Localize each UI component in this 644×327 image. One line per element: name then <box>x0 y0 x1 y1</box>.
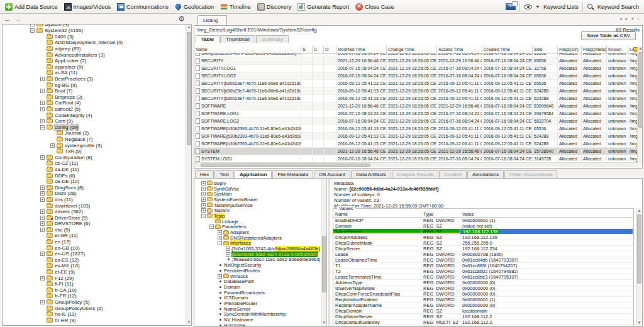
tree-item[interactable]: +F12 (29) <box>3 275 185 281</box>
registry-value-row[interactable]: DhcpSubnetMaskOptREG_MULTI_SZ255.255.255… <box>333 325 633 326</box>
tree-item[interactable]: +drivers (382) <box>3 209 185 215</box>
expand-icon[interactable]: + <box>40 300 45 304</box>
table-horizontal-scrollbar[interactable] <box>194 162 638 167</box>
tab-data-artifacts[interactable]: Data Artifacts <box>351 170 391 178</box>
registry-tree-item[interactable]: SyncDomainWithMembership <box>196 312 320 318</box>
registry-tree-item[interactable]: +swprv <box>196 180 320 186</box>
collapse-icon[interactable]: − <box>30 28 35 33</box>
registry-tree-item[interactable]: −Tcpip <box>196 213 320 219</box>
table-row[interactable]: SOFTWARE{b30b2393-4b70-11e6-80e6-e41d2d1… <box>194 140 638 148</box>
expand-icon[interactable]: + <box>40 89 45 93</box>
expand-icon[interactable]: + <box>218 274 222 279</box>
registry-value-row[interactable]: DomainREG_SZ(value not set) <box>333 223 633 229</box>
tree-item[interactable]: appraiser (9) <box>3 64 185 70</box>
expand-icon[interactable]: + <box>40 197 45 202</box>
registry-tree-item[interactable]: NameServer <box>196 306 320 312</box>
expand-icon[interactable]: + <box>201 208 206 213</box>
values-column-header-type[interactable]: Type <box>421 211 460 217</box>
expand-icon[interactable]: + <box>40 221 45 226</box>
discovery-button[interactable]: Discovery <box>255 2 296 12</box>
tree-item[interactable]: +GroupPolicy (5) <box>3 299 185 306</box>
registry-tree-item[interactable]: +TapiSrv <box>196 208 320 213</box>
registry-value-row[interactable]: DhcpSubnetMaskREG_SZ255.255.255.0 <box>333 240 633 246</box>
expand-icon[interactable]: + <box>40 276 45 280</box>
tree-item[interactable]: +Configuration (8) <box>3 154 185 160</box>
mail-icon[interactable] <box>506 3 516 10</box>
tree-item[interactable]: +dns (11) <box>3 197 185 203</box>
expand-icon[interactable]: + <box>226 247 230 251</box>
chevron-down-icon[interactable] <box>536 6 540 8</box>
table-row[interactable]: SOFTWARE.LOG22016-07-16 08:04:24 CEST202… <box>194 118 638 125</box>
expand-icon[interactable]: + <box>50 143 55 148</box>
tree-item[interactable]: ar-SA (11) <box>3 70 185 76</box>
table-vertical-scrollbar[interactable]: ▲ <box>637 46 642 164</box>
tree-item[interactable]: +Dism (28) <box>3 191 185 197</box>
tree-item[interactable]: −System (4) <box>3 25 185 28</box>
column-header-access-time[interactable]: Access Time <box>437 46 482 53</box>
registry-value-row[interactable]: DhcpNameServerREG_SZ192.168.112.2 <box>333 314 633 319</box>
registry-tree-item[interactable]: NsiObjectSecurity <box>196 262 320 268</box>
registry-value-row[interactable]: RegistrationEnabledREG_DWORD0x00000001 (… <box>333 297 633 302</box>
expand-icon[interactable]: + <box>40 209 45 214</box>
tree-item[interactable]: +CatRoot (4) <box>3 100 185 106</box>
collapse-icon[interactable]: − <box>218 241 222 245</box>
tab-application[interactable]: Application <box>235 170 272 178</box>
expand-icon[interactable]: + <box>201 203 206 208</box>
tree-item[interactable]: ADDSDeployment_Internal (4) <box>3 40 185 46</box>
registry-tree-item[interactable]: −Parameters <box>196 224 320 230</box>
tree-item[interactable]: Bthprops (3) <box>3 94 185 101</box>
tab-nav-icons[interactable]: ◂ ▸ ▾ ▫ <box>619 16 640 21</box>
collapse-icon[interactable]: − <box>201 214 206 218</box>
keyword-search-button[interactable]: Keyword Search <box>597 4 639 10</box>
expand-icon[interactable]: + <box>40 228 45 232</box>
registry-value-row[interactable]: LeaseTerminatesTimeREG_DWORD0x61cc8be3 (… <box>333 274 633 280</box>
registry-value-row[interactable]: DhcpServerREG_SZ192.168.112.254 <box>333 246 633 252</box>
registry-value-row[interactable]: LeaseREG_DWORD0x00000708 (1800) <box>333 252 633 257</box>
tree-item[interactable]: +systemprofile (3) <box>3 142 185 148</box>
registry-tree-item[interactable]: +DNSRegisteredAdapters <box>196 235 320 241</box>
registry-tree-item[interactable]: IPEnableRouter <box>196 301 320 306</box>
images-videos-button[interactable]: Images/Videos <box>62 2 114 12</box>
close-case-button[interactable]: Close Case <box>353 2 398 12</box>
registry-tree-item[interactable]: Domain <box>196 284 320 290</box>
column-header-name[interactable]: Name <box>194 46 301 53</box>
registry-value-row[interactable]: DhcpDomainREG_SZlocaldomain <box>333 308 633 314</box>
tree-item[interactable]: et-EE (9) <box>3 269 185 275</box>
tab-os-account[interactable]: OS Account <box>314 170 350 178</box>
registry-value-row[interactable]: DhcpConnForceBroadcastFlagREG_DWORD0x000… <box>333 291 633 297</box>
tree-item[interactable]: downlevel (103) <box>3 202 185 209</box>
tab-hex[interactable]: Hex <box>195 170 214 178</box>
registry-tree-item[interactable]: +Winsock <box>196 274 320 279</box>
tree-item[interactable]: +Boot (7) <box>3 88 185 94</box>
registry-tree-item[interactable]: +Adapters <box>196 230 320 235</box>
registry-tree-item[interactable]: +Synth3dVsc <box>196 186 320 192</box>
gear-icon[interactable]: ⚙ <box>178 14 185 23</box>
geolocation-button[interactable]: Geolocation <box>172 3 218 11</box>
column-header-change-time[interactable]: Change Time <box>387 46 437 53</box>
timeline-button[interactable]: Timeline <box>218 2 255 12</box>
tree-item[interactable]: −config (69) <box>3 125 185 131</box>
column-header-o[interactable]: O <box>324 46 336 53</box>
values-column-header-value[interactable]: Value <box>460 211 633 217</box>
expand-icon[interactable]: + <box>40 186 45 190</box>
expand-icon[interactable]: + <box>40 77 45 81</box>
tab-annotations[interactable]: Annotations <box>467 170 504 178</box>
column-header-modified-time[interactable]: Modified Time <box>336 46 387 53</box>
tree-item[interactable]: adprep (85) <box>3 46 185 52</box>
tree-item[interactable]: es-ES (12) <box>3 257 185 263</box>
expand-icon[interactable]: + <box>40 191 45 196</box>
tree-item[interactable]: +DriverStore (5) <box>3 214 185 221</box>
tab-text[interactable]: Text <box>214 170 234 178</box>
table-row[interactable]: SECURITY{b30b23e7-4b70-11e6-80e6-e41d2d1… <box>194 95 638 103</box>
registry-tree-item[interactable]: −Interfaces <box>196 241 320 247</box>
tree-item[interactable]: en (13) <box>3 239 185 245</box>
tree-item[interactable]: en-GB (10) <box>3 245 185 251</box>
tree-item[interactable]: +Com (9) <box>3 118 185 125</box>
tree-item[interactable]: +DiagSvcs (8) <box>3 184 185 191</box>
registry-tree-item[interactable]: +{3c0a1005-3742-4dcb-9daa-59884a4a463e} <box>196 246 320 252</box>
tab-file-metadata[interactable]: File Metadata <box>272 170 313 178</box>
tree-item[interactable]: +dsc (5) <box>3 227 185 233</box>
registry-value-row[interactable]: DhcpDefaultGatewayREG_MULTI_SZ192.168.11… <box>333 319 633 325</box>
tree-item[interactable]: +DRVSTORE (6) <box>3 221 185 227</box>
tab-listing[interactable]: Listing <box>197 15 227 25</box>
